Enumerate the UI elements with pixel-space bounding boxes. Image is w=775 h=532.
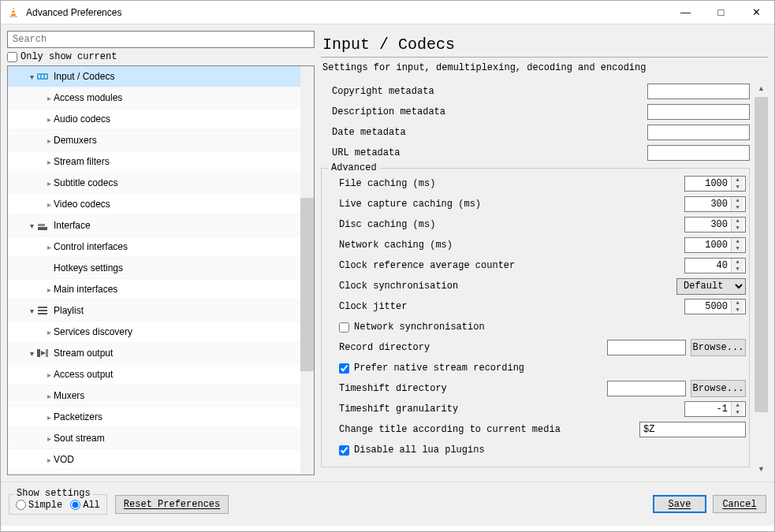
copyright-metadata-input[interactable]: [647, 84, 750, 99]
tree-item[interactable]: VOD: [8, 449, 314, 471]
tree-item[interactable]: Playlist: [8, 300, 314, 322]
tree-item-label: Hotkeys settings: [54, 262, 123, 273]
tree-item-label: Input / Codecs: [54, 71, 114, 82]
only-show-current-box[interactable]: [7, 52, 17, 62]
close-button[interactable]: ✕: [739, 1, 774, 24]
timeshift-dir-input[interactable]: [607, 381, 686, 396]
chevron-right-icon[interactable]: [44, 370, 54, 379]
change-title-input[interactable]: [639, 422, 746, 437]
disc-caching-label: Disc caching (ms): [339, 219, 684, 230]
chevron-right-icon[interactable]: [44, 328, 54, 337]
tree-item-label: Services discovery: [54, 326, 132, 337]
chevron-right-icon[interactable]: [44, 179, 54, 188]
live-caching-spinner[interactable]: ▲▼: [684, 196, 746, 212]
timeshift-dir-browse-button[interactable]: Browse...: [691, 380, 746, 397]
copyright-metadata-label: Copyright metadata: [332, 86, 647, 97]
tree-item-label: Interface: [54, 220, 91, 231]
reset-preferences-button[interactable]: Reset Preferences: [115, 495, 229, 514]
search-input[interactable]: [7, 31, 315, 48]
record-dir-label: Record directory: [339, 342, 607, 353]
timeshift-gran-spinner[interactable]: ▲▼: [684, 401, 746, 417]
date-metadata-input[interactable]: [647, 125, 750, 140]
only-show-current-checkbox[interactable]: Only show current: [7, 51, 315, 62]
description-metadata-input[interactable]: [647, 104, 750, 120]
tree-item[interactable]: Muxers: [8, 385, 314, 407]
chevron-right-icon[interactable]: [44, 158, 54, 166]
chevron-down-icon[interactable]: [27, 307, 36, 315]
tree-item[interactable]: Hotkeys settings: [8, 258, 314, 279]
svg-rect-1: [9, 16, 17, 17]
chevron-right-icon[interactable]: [44, 456, 54, 464]
tree-item-label: Control interfaces: [54, 241, 128, 252]
save-button[interactable]: Save: [653, 495, 706, 513]
tree-item-label: Access output: [54, 369, 113, 380]
tree-item[interactable]: Sout stream: [8, 428, 314, 449]
url-metadata-label: URL metadata: [332, 147, 647, 158]
description-metadata-label: Description metadata: [332, 106, 647, 117]
chevron-right-icon[interactable]: [44, 115, 54, 124]
tree-scrollbar[interactable]: [300, 66, 314, 474]
tree-item[interactable]: Access output: [8, 364, 314, 385]
tree-item-label: Audio codecs: [54, 113, 110, 125]
all-radio[interactable]: All: [70, 500, 100, 511]
tree-item[interactable]: Subtitle codecs: [8, 173, 314, 194]
spinner-up-icon[interactable]: ▲: [732, 177, 743, 184]
clock-jitter-spinner[interactable]: ▲▼: [684, 299, 746, 314]
scroll-up-icon[interactable]: ▲: [755, 81, 768, 95]
chevron-right-icon[interactable]: [44, 434, 54, 443]
svg-rect-9: [38, 224, 45, 226]
cancel-button[interactable]: Cancel: [713, 495, 766, 513]
tree-item-label: Packetizers: [54, 411, 102, 422]
clock-ref-spinner[interactable]: ▲▼: [684, 258, 746, 273]
disable-lua-checkbox[interactable]: [339, 445, 349, 456]
stream-output-icon: [36, 347, 49, 359]
category-tree: Input / CodecsAccess modulesAudio codecs…: [7, 65, 315, 475]
tree-item-label: Demuxers: [54, 135, 97, 146]
clock-sync-select[interactable]: Default: [676, 278, 746, 295]
interface-icon: [36, 219, 49, 232]
svg-marker-0: [11, 7, 16, 16]
content-scrollbar[interactable]: ▲ ▼: [755, 81, 768, 475]
file-caching-spinner[interactable]: ▲▼: [684, 176, 746, 192]
svg-rect-7: [45, 75, 47, 78]
chevron-right-icon[interactable]: [44, 413, 54, 422]
network-caching-spinner[interactable]: ▲▼: [684, 237, 746, 253]
clock-sync-label: Clock synchronisation: [339, 281, 676, 292]
record-dir-browse-button[interactable]: Browse...: [691, 339, 746, 356]
tree-item[interactable]: Packetizers: [8, 407, 314, 428]
tree-item[interactable]: Control interfaces: [8, 236, 314, 258]
tree-item[interactable]: Interface: [8, 215, 314, 236]
simple-radio[interactable]: Simple: [16, 500, 62, 511]
file-caching-label: File caching (ms): [339, 178, 684, 189]
scroll-down-icon[interactable]: ▼: [755, 462, 768, 475]
chevron-right-icon[interactable]: [44, 200, 54, 209]
chevron-down-icon[interactable]: [27, 221, 36, 230]
network-sync-checkbox[interactable]: [339, 322, 349, 333]
minimize-button[interactable]: —: [668, 1, 703, 24]
chevron-right-icon[interactable]: [44, 136, 54, 145]
tree-item[interactable]: Input / Codecs: [8, 66, 314, 87]
maximize-button[interactable]: □: [703, 1, 739, 24]
record-dir-input[interactable]: [607, 340, 686, 355]
url-metadata-input[interactable]: [647, 145, 750, 161]
live-caching-label: Live capture caching (ms): [339, 199, 684, 210]
tree-item[interactable]: Stream filters: [8, 151, 314, 173]
chevron-right-icon[interactable]: [44, 285, 54, 294]
spinner-down-icon[interactable]: ▼: [732, 184, 743, 191]
tree-item[interactable]: Audio codecs: [8, 109, 314, 130]
tree-item[interactable]: Stream output: [8, 343, 314, 364]
show-settings-group: Show settings Simple All: [9, 494, 107, 515]
disc-caching-spinner[interactable]: ▲▼: [684, 217, 746, 233]
tree-item[interactable]: Services discovery: [8, 322, 314, 343]
chevron-down-icon[interactable]: [27, 349, 36, 358]
chevron-right-icon[interactable]: [44, 243, 54, 251]
tree-item[interactable]: Access modules: [8, 87, 314, 109]
tree-item[interactable]: Video codecs: [8, 194, 314, 215]
prefer-native-checkbox[interactable]: [339, 363, 349, 374]
chevron-down-icon[interactable]: [27, 73, 36, 81]
chevron-right-icon[interactable]: [44, 94, 54, 102]
svg-rect-2: [12, 9, 15, 11]
tree-item[interactable]: Demuxers: [8, 130, 314, 151]
tree-item[interactable]: Main interfaces: [8, 279, 314, 300]
chevron-right-icon[interactable]: [44, 392, 54, 400]
